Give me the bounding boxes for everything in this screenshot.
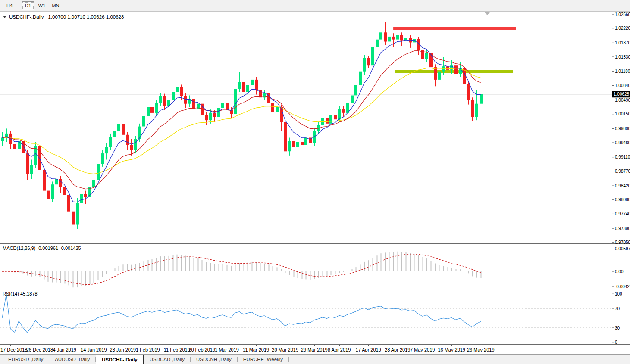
candle-body [471, 100, 474, 117]
price-axis-label: 1.02220 [615, 26, 630, 31]
price-axis-label: 0.98080 [615, 197, 630, 202]
macd-axis[interactable]: 0.005970.00-0.004243 [612, 246, 630, 289]
price-axis-label: 0.98420 [615, 184, 630, 188]
rsi-line [2, 294, 481, 333]
candle-body [213, 113, 216, 117]
candle-body [209, 113, 212, 120]
chart-title-symbol: USDCHF-,Daily [9, 14, 44, 19]
current-price-tag: 1.00628 [614, 92, 630, 96]
candle-body [255, 80, 258, 90]
date-axis[interactable]: 17 Dec 201826 Dec 20184 Jan 201914 Jan 2… [0, 345, 495, 352]
rsi-axis[interactable]: 10070300 [612, 292, 622, 345]
candle-body [59, 179, 62, 187]
candle-body [205, 115, 208, 121]
candle-body [147, 107, 150, 116]
candle-body [354, 85, 357, 95]
candle-body [384, 32, 387, 41]
price-axis-label: 1.02560 [615, 12, 630, 17]
candle-body [97, 164, 100, 180]
candle-body [234, 89, 237, 114]
date-axis-label: 1 Feb 2019 [136, 347, 160, 352]
candle-body [126, 135, 129, 145]
candle-body [409, 38, 412, 43]
chart-tabbar: EURUSD-,DailyAUDUSD-,DailyUSDCHF-,DailyU… [0, 354, 630, 364]
candle-body [363, 58, 366, 72]
candle-body [467, 84, 470, 101]
candle-body [371, 47, 374, 65]
candle-body [271, 103, 274, 112]
rsi-axis-label: 70 [615, 306, 620, 311]
macd-signal-line [2, 254, 481, 285]
candle-body [438, 72, 441, 80]
chart-canvas[interactable]: 1.025601.022201.018701.015301.011801.008… [0, 12, 630, 354]
candle-body [84, 194, 87, 197]
price-axis-label: 1.00840 [615, 83, 630, 88]
price-axis-label: 1.00490 [615, 98, 630, 103]
candle-body [263, 93, 266, 98]
timeframe-button-mn[interactable]: MN [49, 1, 62, 10]
chart-tab-eurusd-daily[interactable]: EURUSD-,Daily [3, 355, 49, 364]
candle-body [246, 85, 249, 92]
date-axis-label: 28 Apr 2019 [385, 347, 410, 352]
scroll-position-marker-icon[interactable] [485, 12, 490, 15]
chart-tab-usdcad-daily[interactable]: USDCAD-,Daily [144, 355, 190, 364]
price-axis-label: 0.97740 [615, 212, 630, 216]
candle-body [480, 94, 483, 104]
macd-axis-label: 0.00597 [615, 246, 630, 251]
candle-body [38, 146, 41, 170]
chart-tab-usdcnh-daily[interactable]: USDCNH-,Daily [191, 355, 237, 364]
candle-body [238, 82, 241, 89]
candle-body [376, 40, 379, 47]
price-axis-label: 1.01530 [615, 55, 630, 59]
date-axis-label: 26 Dec 2018 [26, 347, 53, 352]
price-axis-label: 1.00150 [615, 112, 630, 116]
candle-body [134, 139, 137, 150]
candle-body [67, 195, 70, 212]
timeframe-button-w1[interactable]: W1 [35, 1, 48, 10]
candle-body [109, 137, 112, 147]
candle-body [288, 141, 291, 151]
price-axis[interactable]: 1.025601.022201.018701.015301.011801.008… [612, 12, 630, 245]
candle-body [446, 66, 449, 70]
candle-body [55, 179, 58, 185]
candle-body [276, 107, 279, 112]
candle-body [184, 96, 187, 103]
macd-indicator-label: MACD(12,26,9) -0.001961 -0.001425 [3, 246, 81, 251]
hline-resistance[interactable] [393, 27, 516, 30]
hline-support[interactable] [395, 70, 513, 73]
candle-body [326, 118, 329, 124]
candle-body [101, 153, 104, 164]
timeframe-button-d1[interactable]: D1 [22, 1, 34, 10]
candle-body [163, 96, 166, 106]
chart-tab-eurchf-weekly[interactable]: EURCHF-,Weekly [238, 355, 288, 364]
candle-body [425, 53, 428, 59]
chart-tab-audusd-daily[interactable]: AUDUSD-,Daily [49, 355, 95, 364]
candle-body [172, 92, 175, 100]
timeframe-button-h4[interactable]: H4 [3, 1, 16, 10]
chart-tab-usdchf-daily[interactable]: USDCHF-,Daily [96, 355, 143, 364]
candle-body [221, 103, 224, 108]
rsi-axis-label: 0 [615, 340, 617, 345]
candle-body [296, 142, 299, 147]
date-axis-label: 17 Apr 2019 [356, 347, 381, 352]
macd-histogram [3, 252, 481, 288]
price-axis-label: 1.01870 [615, 40, 630, 45]
candle-body [334, 115, 337, 120]
price-axis-label: 0.97390 [615, 226, 630, 231]
symbol-dropdown-icon[interactable] [3, 16, 6, 18]
candle-body [367, 58, 370, 65]
date-axis-label: 20 Feb 2019 [188, 347, 215, 352]
date-axis-label: 14 Jan 2019 [81, 347, 107, 352]
candle-body [351, 96, 354, 103]
date-axis-label: 7 May 2019 [410, 347, 435, 352]
candle-body [142, 116, 145, 127]
rsi-indicator-label: RSI(14) 45.1878 [3, 291, 38, 296]
date-axis-label: 17 Dec 2018 [0, 347, 27, 352]
candle-body [359, 72, 362, 85]
candles-layer [1, 18, 483, 238]
candle-body [421, 50, 424, 59]
candle-body [1, 138, 4, 141]
candle-body [105, 147, 108, 153]
candle-body [18, 141, 21, 149]
candle-body [51, 184, 54, 199]
